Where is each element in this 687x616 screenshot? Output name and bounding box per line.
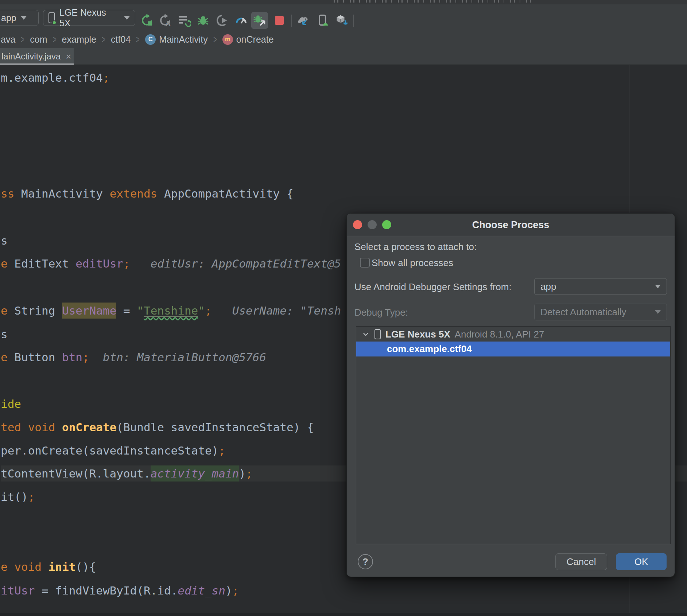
breadcrumb: ava>com>example>ctf04>CMainActivity>monC… bbox=[0, 31, 274, 48]
run-toolbar: app LGE Nexus 5X A bbox=[0, 4, 687, 31]
breadcrumb-label: ava bbox=[1, 34, 15, 45]
breadcrumb-separator-icon: > bbox=[53, 33, 57, 46]
chevron-down-icon bbox=[21, 16, 27, 20]
debug-type-dropdown[interactable]: Detect Automatically bbox=[534, 304, 667, 320]
dialog-titlebar: Choose Process bbox=[347, 214, 675, 236]
breadcrumb-label: example bbox=[62, 34, 97, 45]
attach-debugger-to-process-icon bbox=[253, 14, 266, 27]
phone-icon bbox=[374, 329, 381, 339]
breadcrumb-label: MainActivity bbox=[159, 34, 207, 45]
toolbar-divider bbox=[353, 15, 354, 27]
process-row-selected[interactable]: com.example.ctf04 bbox=[356, 342, 670, 356]
window-titlebar-clipped bbox=[0, 0, 687, 4]
debug-type-value: Detect Automatically bbox=[540, 307, 626, 318]
method-icon: m bbox=[222, 34, 233, 45]
breadcrumb-separator-icon: > bbox=[102, 33, 105, 46]
module-selector-label: app bbox=[1, 13, 16, 23]
device-manager-icon bbox=[316, 14, 329, 27]
gradle-sync-button[interactable] bbox=[294, 12, 311, 29]
list-refresh-icon bbox=[178, 14, 191, 27]
breadcrumb-separator-icon: > bbox=[136, 33, 140, 46]
stop-icon bbox=[273, 14, 286, 27]
editor-bottom-border bbox=[0, 613, 687, 616]
profile-run-icon bbox=[216, 14, 229, 27]
debugger-settings-label: Use Android Debugger Settings from: bbox=[354, 281, 512, 293]
ok-button[interactable]: OK bbox=[616, 553, 667, 570]
code-line: ss MainActivity extends AppCompatActivit… bbox=[1, 186, 687, 202]
breadcrumb-separator-icon: > bbox=[213, 33, 217, 46]
chevron-down-icon bbox=[655, 285, 661, 288]
breadcrumb-item-com[interactable]: com bbox=[30, 34, 47, 45]
help-button[interactable]: ? bbox=[358, 554, 373, 569]
code-line: itUsr = findViewById(R.id.edit_sn); bbox=[1, 582, 687, 599]
profile-button[interactable] bbox=[214, 12, 230, 29]
process-name: com.example.ctf04 bbox=[387, 343, 472, 355]
editor-tab-strip: lainActivity.java × bbox=[0, 48, 687, 65]
sdk-manager-icon bbox=[335, 14, 348, 27]
svg-text:A: A bbox=[166, 19, 171, 27]
rerun-icon bbox=[140, 14, 154, 27]
breadcrumb-label: com bbox=[30, 34, 47, 45]
chevron-expanded-icon[interactable] bbox=[362, 331, 369, 338]
breadcrumb-item-oncreate[interactable]: monCreate bbox=[222, 34, 274, 45]
connected-device-icon bbox=[48, 12, 55, 23]
process-list: LGE Nexus 5X Android 8.1.0, API 27 com.e… bbox=[356, 326, 671, 544]
breadcrumb-label: onCreate bbox=[236, 34, 274, 45]
code-line: m.example.ctf04; bbox=[1, 70, 687, 86]
device-name: LGE Nexus 5X bbox=[385, 329, 450, 340]
chevron-down-icon bbox=[655, 310, 661, 314]
debug-type-label: Debug Type: bbox=[354, 307, 408, 318]
build-variants-button[interactable] bbox=[176, 12, 193, 29]
choose-process-dialog: Choose Process Select a process to attac… bbox=[346, 213, 675, 577]
tab-label: lainActivity.java bbox=[1, 51, 61, 62]
breadcrumb-item-mainactivity[interactable]: CMainActivity bbox=[145, 34, 207, 45]
debug-bug-icon bbox=[197, 14, 210, 27]
apply-code-changes-icon: A bbox=[159, 14, 172, 27]
debugger-settings-value: app bbox=[540, 281, 556, 292]
gradle-sync-icon bbox=[296, 14, 309, 27]
debugger-settings-dropdown[interactable]: app bbox=[534, 278, 667, 295]
chevron-down-icon bbox=[124, 16, 130, 20]
gauge-icon bbox=[234, 14, 248, 27]
show-all-processes-label[interactable]: Show all processes bbox=[372, 257, 453, 269]
breadcrumb-item-ava[interactable]: ava bbox=[1, 34, 15, 45]
device-selector-label: LGE Nexus 5X bbox=[59, 7, 120, 28]
device-manager-button[interactable] bbox=[314, 12, 331, 29]
tab-close-icon[interactable]: × bbox=[66, 52, 71, 61]
dialog-title: Choose Process bbox=[347, 214, 675, 236]
device-online-dot bbox=[52, 20, 57, 25]
breadcrumb-item-example[interactable]: example bbox=[62, 34, 97, 45]
attach-debugger-button[interactable] bbox=[251, 12, 268, 29]
breadcrumb-item-ctf04[interactable]: ctf04 bbox=[111, 34, 131, 45]
ide-window: m.example.ctf04;ss MainActivity extends … bbox=[0, 0, 687, 616]
cancel-button[interactable]: Cancel bbox=[555, 553, 607, 570]
profiler-button[interactable] bbox=[233, 12, 249, 29]
debug-button[interactable] bbox=[195, 12, 211, 29]
toolbar-divider bbox=[291, 15, 292, 27]
tab-mainactivity-java[interactable]: lainActivity.java × bbox=[0, 48, 74, 65]
sdk-manager-button[interactable] bbox=[333, 12, 350, 29]
top-chrome: app LGE Nexus 5X A bbox=[0, 0, 687, 65]
window-title-text-remnant bbox=[334, 0, 532, 3]
class-icon: C bbox=[145, 34, 156, 45]
device-selector-dropdown[interactable]: LGE Nexus 5X bbox=[43, 10, 135, 26]
show-all-processes-checkbox[interactable] bbox=[360, 258, 370, 268]
device-detail: Android 8.1.0, API 27 bbox=[455, 329, 544, 340]
device-row[interactable]: LGE Nexus 5X Android 8.1.0, API 27 bbox=[356, 327, 670, 342]
rerun-button[interactable] bbox=[139, 12, 155, 29]
breadcrumb-label: ctf04 bbox=[111, 34, 131, 45]
apply-code-changes-button[interactable]: A bbox=[157, 12, 174, 29]
select-process-label: Select a process to attach to: bbox=[354, 241, 477, 253]
stop-button[interactable] bbox=[271, 12, 288, 29]
breadcrumb-separator-icon: > bbox=[21, 33, 24, 46]
module-selector-dropdown[interactable]: app bbox=[0, 10, 39, 26]
